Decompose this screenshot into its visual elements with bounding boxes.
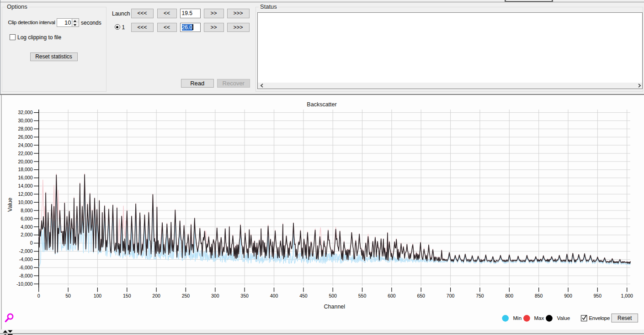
svg-text:Channel: Channel [324, 304, 346, 310]
svg-text:100: 100 [94, 293, 102, 298]
svg-text:850: 850 [535, 293, 543, 298]
svg-text:500: 500 [329, 293, 337, 298]
svg-text:-4,000: -4,000 [19, 256, 33, 262]
svg-text:14,000: 14,000 [18, 183, 32, 188]
svg-text:Value: Value [7, 198, 13, 212]
svg-text:-2,000: -2,000 [19, 248, 33, 254]
svg-text:-8,000: -8,000 [19, 273, 33, 278]
svg-text:18,000: 18,000 [18, 167, 32, 172]
svg-text:650: 650 [417, 293, 425, 298]
svg-text:0: 0 [37, 293, 40, 298]
svg-text:Envelope: Envelope [589, 315, 610, 321]
svg-text:400: 400 [270, 293, 278, 298]
svg-text:550: 550 [358, 293, 367, 298]
svg-text:450: 450 [299, 293, 308, 298]
svg-text:26,000: 26,000 [18, 134, 32, 140]
svg-text:30,000: 30,000 [18, 118, 32, 123]
svg-text:-10,000: -10,000 [16, 281, 33, 287]
svg-text:2,000: 2,000 [21, 232, 32, 237]
svg-text:12,000: 12,000 [18, 191, 32, 197]
svg-text:28,000: 28,000 [18, 126, 32, 131]
svg-text:6,000: 6,000 [21, 216, 32, 221]
svg-text:250: 250 [182, 293, 190, 298]
svg-text:Reset: Reset [617, 315, 632, 321]
svg-text:150: 150 [123, 293, 131, 298]
svg-text:0: 0 [30, 240, 33, 246]
svg-text:600: 600 [388, 293, 396, 298]
svg-text:24,000: 24,000 [18, 142, 32, 148]
svg-text:200: 200 [152, 293, 160, 298]
svg-text:10,000: 10,000 [18, 199, 32, 205]
svg-text:800: 800 [506, 293, 514, 298]
svg-text:900: 900 [564, 293, 572, 298]
svg-text:-6,000: -6,000 [19, 265, 33, 270]
svg-text:950: 950 [594, 293, 602, 298]
svg-text:350: 350 [240, 293, 249, 298]
svg-text:750: 750 [476, 293, 484, 298]
svg-text:1,000: 1,000 [621, 293, 633, 298]
svg-text:Min: Min [513, 315, 522, 321]
svg-text:Value: Value [557, 315, 570, 321]
svg-text:50: 50 [65, 293, 71, 298]
svg-text:32,000: 32,000 [18, 110, 32, 115]
svg-text:16,000: 16,000 [18, 175, 32, 180]
svg-text:300: 300 [211, 293, 219, 298]
svg-text:22,000: 22,000 [18, 151, 32, 156]
svg-text:700: 700 [447, 293, 455, 298]
svg-text:Max: Max [534, 315, 544, 321]
svg-text:4,000: 4,000 [21, 224, 32, 230]
svg-text:Backscatter: Backscatter [307, 101, 336, 108]
svg-text:8,000: 8,000 [21, 208, 32, 213]
svg-text:20,000: 20,000 [18, 159, 32, 164]
